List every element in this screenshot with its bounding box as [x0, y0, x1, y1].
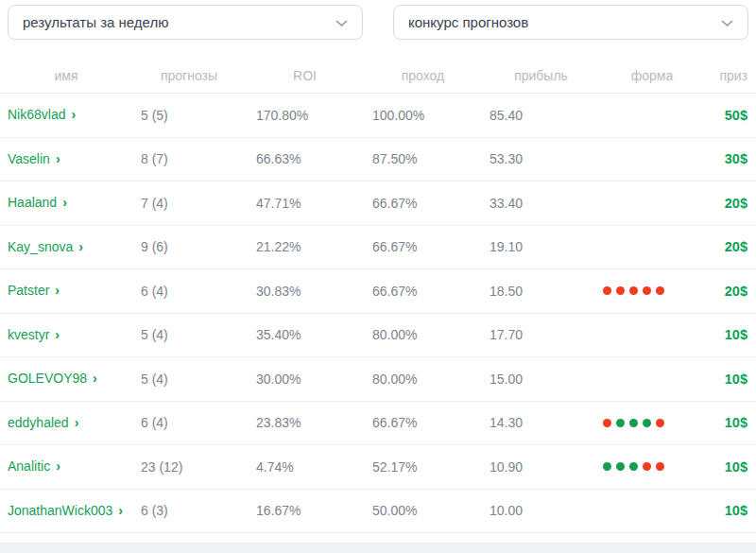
- predictions-value: 9 (6): [132, 239, 246, 254]
- table-row[interactable]: Nik68vlad› 5 (5) 170.80% 100.00% 85.40 5…: [0, 94, 756, 138]
- red-form-dot: [643, 462, 651, 471]
- table-row[interactable]: eddyhaled› 6 (4) 23.83% 66.67% 14.30 10$: [0, 402, 756, 446]
- prize-value: 10$: [704, 415, 756, 430]
- profit-value: 10.00: [482, 503, 600, 518]
- prize-value: 10$: [704, 372, 756, 387]
- red-form-dot: [656, 462, 664, 471]
- player-name-link[interactable]: Analitic: [8, 458, 50, 474]
- green-form-dot: [616, 419, 625, 427]
- pass-rate-value: 66.67%: [364, 196, 482, 211]
- chevron-right-icon: ›: [56, 458, 60, 475]
- player-name-link[interactable]: Nik68vlad: [8, 107, 65, 122]
- table-row[interactable]: GOLEVOY98› 5 (4) 30.00% 80.00% 15.00 10$: [0, 357, 756, 402]
- roi-value: 23.83%: [246, 415, 364, 430]
- red-form-dot: [656, 419, 664, 427]
- period-dropdown[interactable]: результаты за неделю: [8, 5, 363, 40]
- pass-rate-value: 100.00%: [364, 108, 482, 123]
- contest-dropdown[interactable]: конкурс прогнозов: [393, 5, 748, 40]
- table-row[interactable]: Analitic› 23 (12) 4.74% 52.17% 10.90 10$: [0, 445, 756, 490]
- chevron-right-icon: ›: [55, 326, 60, 344]
- red-form-dot: [603, 286, 611, 295]
- prize-value: 10$: [704, 503, 756, 518]
- player-name-link[interactable]: eddyhaled: [8, 415, 69, 430]
- player-name-cell: Vaselin›: [0, 147, 132, 172]
- predictions-value: 8 (7): [132, 151, 246, 166]
- pass-rate-value: 80.00%: [364, 327, 482, 342]
- table-row[interactable]: Patster› 6 (4) 30.83% 66.67% 18.50 20$: [0, 269, 756, 314]
- green-form-dot: [616, 462, 625, 471]
- table-row[interactable]: Vaselin› 8 (7) 66.63% 87.50% 53.30 30$: [0, 138, 756, 182]
- column-header-predictions: прогнозы: [132, 68, 246, 83]
- roi-value: 30.83%: [246, 284, 364, 299]
- green-form-dot: [629, 462, 638, 471]
- column-header-form: форма: [600, 68, 704, 83]
- prize-value: 50$: [704, 108, 756, 123]
- profit-value: 33.40: [482, 196, 600, 211]
- prize-value: 20$: [704, 196, 756, 211]
- green-form-dot: [643, 419, 651, 427]
- period-dropdown-value: результаты за неделю: [23, 14, 168, 30]
- profit-value: 85.40: [482, 108, 600, 123]
- player-name-link[interactable]: JonathanWick003: [8, 503, 112, 518]
- chevron-right-icon: ›: [118, 502, 123, 520]
- roi-value: 66.63%: [246, 151, 364, 166]
- pass-rate-value: 80.00%: [364, 372, 482, 387]
- profit-value: 10.90: [482, 459, 600, 475]
- roi-value: 47.71%: [246, 196, 364, 211]
- prize-value: 30$: [704, 151, 756, 166]
- prize-value: 20$: [704, 239, 756, 254]
- roi-value: 170.80%: [246, 108, 364, 123]
- player-name-link[interactable]: Vaselin: [8, 151, 50, 166]
- form-dots: [600, 462, 704, 471]
- pass-rate-value: 50.00%: [364, 503, 482, 518]
- table-header-row: имя прогнозы ROI проход прибыль форма пр…: [0, 59, 756, 94]
- player-name-link[interactable]: Kay_snova: [8, 239, 73, 254]
- profit-value: 15.00: [482, 372, 600, 387]
- column-header-roi: ROI: [246, 68, 364, 83]
- player-name-cell: eddyhaled›: [0, 410, 132, 436]
- pass-rate-value: 66.67%: [364, 284, 482, 299]
- red-form-dot: [656, 286, 664, 295]
- leaderboard-page: результаты за неделю конкурс прогнозов и…: [0, 0, 756, 553]
- predictions-value: 23 (12): [132, 459, 246, 475]
- player-name-cell: Kay_snova›: [0, 234, 132, 260]
- form-dots: [600, 419, 704, 427]
- column-header-pass: проход: [364, 68, 482, 83]
- column-header-profit: прибыль: [482, 68, 600, 83]
- player-name-cell: Nik68vlad›: [0, 102, 132, 128]
- table-row[interactable]: Haaland› 7 (4) 47.71% 66.67% 33.40 20$: [0, 181, 756, 226]
- table-body: Nik68vlad› 5 (5) 170.80% 100.00% 85.40 5…: [0, 94, 756, 533]
- chevron-down-icon: [721, 14, 733, 31]
- red-form-dot: [629, 286, 638, 295]
- player-name-link[interactable]: Patster: [8, 283, 49, 298]
- green-form-dot: [629, 419, 638, 427]
- pass-rate-value: 66.67%: [364, 239, 482, 254]
- profit-value: 19.10: [482, 239, 600, 254]
- pass-rate-value: 87.50%: [364, 151, 482, 166]
- predictions-value: 5 (5): [132, 108, 246, 123]
- prize-value: 10$: [704, 327, 756, 342]
- table-row[interactable]: kvestyr› 5 (4) 35.40% 80.00% 17.70 10$: [0, 314, 756, 358]
- pass-rate-value: 52.17%: [364, 459, 482, 475]
- chevron-right-icon: ›: [75, 414, 79, 432]
- player-name-cell: Patster›: [0, 278, 132, 303]
- prize-value: 20$: [704, 284, 756, 299]
- next-row-edge: [0, 543, 756, 553]
- player-name-link[interactable]: GOLEVOY98: [8, 371, 87, 386]
- red-form-dot: [603, 419, 611, 427]
- player-name-link[interactable]: Haaland: [8, 195, 57, 210]
- red-form-dot: [616, 286, 625, 295]
- player-name-cell: Haaland›: [0, 190, 132, 216]
- player-name-link[interactable]: kvestyr: [8, 327, 49, 342]
- prize-value: 10$: [704, 459, 756, 475]
- column-header-prize: приз: [704, 68, 756, 83]
- roi-value: 21.22%: [246, 239, 364, 254]
- predictions-value: 5 (4): [132, 372, 246, 387]
- player-name-cell: GOLEVOY98›: [0, 366, 132, 391]
- profit-value: 18.50: [482, 284, 600, 299]
- table-row[interactable]: Kay_snova› 9 (6) 21.22% 66.67% 19.10 20$: [0, 226, 756, 270]
- player-name-cell: Analitic›: [0, 454, 132, 479]
- table-row[interactable]: JonathanWick003› 6 (3) 16.67% 50.00% 10.…: [0, 490, 756, 534]
- chevron-right-icon: ›: [93, 370, 97, 388]
- filter-bar: результаты за неделю конкурс прогнозов: [0, 0, 756, 40]
